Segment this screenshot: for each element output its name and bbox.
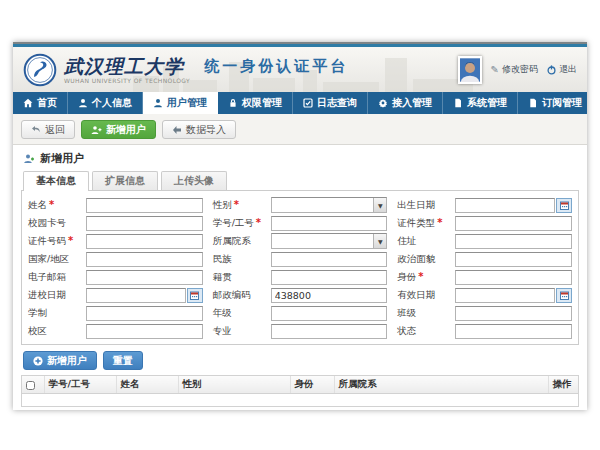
form-tabs: 基本信息 扩展信息 上传头像	[21, 171, 579, 190]
campus-input[interactable]	[86, 324, 203, 339]
tab-upload-avatar[interactable]: 上传头像	[161, 171, 227, 190]
field-name: 姓名*	[28, 197, 203, 213]
import-arrow-icon	[172, 126, 182, 134]
field-country-region: 国家/地区	[28, 251, 203, 267]
field-label: 校区	[28, 325, 86, 338]
power-icon	[547, 65, 556, 75]
name-input[interactable]	[86, 198, 203, 213]
nav-item-permission-management[interactable]: 权限管理	[218, 92, 293, 114]
postal-code-input[interactable]	[271, 288, 388, 303]
label-text: 民族	[213, 253, 232, 266]
field-label: 性别*	[213, 199, 271, 212]
ethnicity-input[interactable]	[271, 252, 388, 267]
nav-item-user-management[interactable]: 用户管理	[143, 92, 218, 114]
enrollment-date-input[interactable]	[86, 288, 186, 303]
department-select[interactable]: ▼	[271, 233, 388, 249]
user-avatar[interactable]	[458, 56, 482, 84]
birth-date-field	[455, 198, 572, 213]
valid-date-input[interactable]	[455, 288, 555, 303]
label-text: 证件类型	[397, 217, 435, 230]
person-icon	[78, 98, 88, 108]
required-asterisk: *	[437, 218, 442, 228]
label-text: 政治面貌	[397, 253, 435, 266]
birth-date-input[interactable]	[455, 198, 555, 213]
native-place-input[interactable]	[271, 270, 388, 285]
label-text: 姓名	[28, 199, 47, 212]
column-identity: 身份	[290, 376, 334, 393]
nav-label: 接入管理	[392, 96, 432, 110]
political-status-input[interactable]	[455, 252, 572, 267]
add-user-toolbar-button[interactable]: 新增用户	[81, 120, 156, 139]
tab-basic-info[interactable]: 基本信息	[23, 171, 89, 191]
file-icon	[453, 98, 463, 108]
field-enrollment-date: 进校日期	[28, 287, 203, 303]
university-logo-icon	[23, 53, 57, 87]
grade-input[interactable]	[271, 306, 388, 321]
class-input[interactable]	[455, 306, 572, 321]
field-label: 年级	[213, 307, 271, 320]
nav-item-profile[interactable]: 个人信息	[68, 92, 143, 114]
calendar-icon[interactable]	[556, 198, 572, 213]
status-input[interactable]	[455, 324, 572, 339]
nav-item-access-management[interactable]: 接入管理	[368, 92, 443, 114]
logout-link[interactable]: 退出	[547, 63, 577, 76]
add-user-icon	[91, 125, 102, 135]
student-staff-id-input[interactable]	[271, 216, 388, 231]
campus-card-no-input[interactable]	[86, 216, 203, 231]
submit-add-user-button[interactable]: 新增用户	[23, 351, 97, 370]
nav-label: 权限管理	[242, 96, 282, 110]
field-email: 电子邮箱	[28, 269, 203, 285]
calendar-icon[interactable]	[556, 288, 572, 303]
nav-label: 首页	[37, 96, 57, 110]
nav-label: 个人信息	[92, 96, 132, 110]
back-button[interactable]: 返回	[21, 120, 75, 139]
nav-label: 日志查询	[317, 96, 357, 110]
label-text: 专业	[213, 325, 232, 338]
field-grade: 年级	[213, 305, 388, 321]
email-input[interactable]	[86, 270, 203, 285]
id-type-input[interactable]	[455, 216, 572, 231]
gender-select[interactable]: ▼	[271, 197, 388, 213]
address-input[interactable]	[455, 234, 572, 249]
schooling-length-input[interactable]	[86, 306, 203, 321]
university-name-en: WUHAN UNIVERSITY OF TECHNOLOGY	[64, 77, 190, 84]
calendar-icon[interactable]	[187, 288, 203, 303]
select-all-checkbox[interactable]	[26, 381, 35, 390]
back-label: 返回	[45, 123, 65, 137]
nav-item-subscription-management[interactable]: 订阅管理	[518, 92, 593, 114]
country-region-input[interactable]	[86, 252, 203, 267]
field-label: 所属院系	[213, 235, 271, 248]
field-label: 身份*	[397, 271, 455, 284]
field-class: 班级	[397, 305, 572, 321]
person-icon	[153, 98, 163, 108]
nav-item-log-query[interactable]: 日志查询	[293, 92, 368, 114]
reset-button[interactable]: 重置	[103, 351, 143, 370]
column-department: 所属院系	[334, 376, 548, 393]
column-actions: 操作	[548, 376, 578, 393]
required-asterisk: *	[49, 200, 54, 210]
field-label: 班级	[397, 307, 455, 320]
nav-item-home[interactable]: 首页	[13, 92, 68, 114]
nav-label: 系统管理	[467, 96, 507, 110]
data-import-button[interactable]: 数据导入	[162, 120, 236, 139]
label-text: 证件号码	[28, 235, 66, 248]
field-postal-code: 邮政编码	[213, 287, 388, 303]
valid-date-field	[455, 288, 572, 303]
field-ethnicity: 民族	[213, 251, 388, 267]
chevron-down-icon: ▼	[373, 234, 386, 248]
change-password-link[interactable]: ✎ 修改密码	[491, 63, 538, 76]
major-input[interactable]	[271, 324, 388, 339]
identity-input[interactable]	[455, 270, 572, 285]
id-number-input[interactable]	[86, 234, 203, 249]
label-text: 住址	[397, 235, 416, 248]
check-square-icon	[303, 98, 313, 108]
file-icon	[528, 98, 538, 108]
nav-item-system-management[interactable]: 系统管理	[443, 92, 518, 114]
nav-label: 用户管理	[167, 96, 207, 110]
required-asterisk: *	[418, 272, 423, 282]
label-text: 学制	[28, 307, 47, 320]
tab-extended-info[interactable]: 扩展信息	[92, 171, 158, 190]
required-asterisk: *	[234, 200, 239, 210]
label-text: 性别	[213, 199, 232, 212]
field-campus: 校区	[28, 323, 203, 339]
